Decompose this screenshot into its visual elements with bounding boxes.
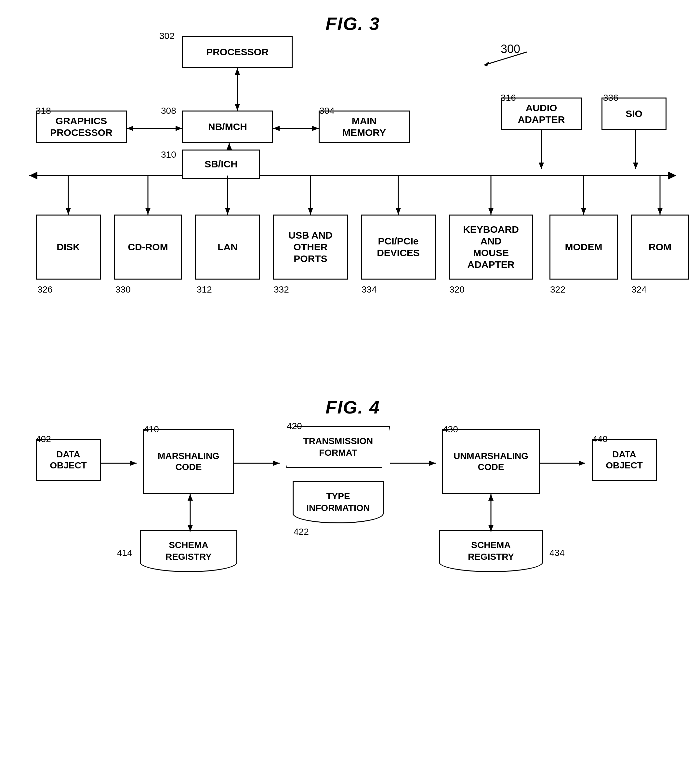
svg-marker-36: [657, 208, 663, 215]
transmission-ref: 420: [287, 421, 302, 432]
usb-box: USB ANDOTHERPORTS: [273, 215, 348, 280]
transmission-format-box: TRANSMISSIONFORMAT: [286, 426, 390, 468]
page: FIG. 3 300 PROCESSOR 302 NB/MCH 308: [0, 0, 700, 774]
disk-ref: 326: [37, 284, 53, 295]
pci-ref: 334: [362, 284, 377, 295]
svg-marker-46: [188, 494, 193, 501]
cd-rom-box: CD-ROM: [114, 215, 182, 280]
marshaling-ref: 410: [144, 424, 159, 435]
processor-box: PROCESSOR: [182, 36, 293, 68]
marshaling-code-box: MARSHALINGCODE: [143, 429, 234, 494]
schema-registry-right-ref: 434: [549, 548, 565, 558]
schema-registry-left-box: SCHEMAREGISTRY: [140, 530, 237, 572]
arrow-marshal-to-trans: [234, 457, 286, 470]
schema-registry-right-box: SCHEMAREGISTRY: [439, 530, 543, 572]
schema-registry-left-ref: 414: [117, 548, 132, 558]
arrow-trans-to-unmarshal: [390, 457, 442, 470]
svg-marker-44: [579, 461, 585, 466]
svg-marker-6: [273, 126, 280, 131]
svg-marker-38: [130, 461, 137, 466]
bus-line: [20, 166, 686, 185]
unmarshaling-ref: 430: [443, 424, 458, 435]
svg-marker-13: [668, 172, 676, 179]
type-info-ref: 422: [294, 527, 309, 537]
svg-marker-9: [127, 126, 133, 131]
fig3-diagram: FIG. 3 300 PROCESSOR 302 NB/MCH 308: [20, 13, 686, 370]
svg-marker-49: [488, 494, 493, 501]
keyboard-ref: 320: [449, 284, 465, 295]
usb-ref: 332: [274, 284, 289, 295]
bus-to-boxes-arrows: [20, 175, 686, 218]
sio-ref: 336: [603, 93, 618, 103]
data-object-right-ref: 440: [592, 434, 608, 444]
fig3-title: FIG. 3: [20, 13, 686, 34]
svg-marker-10: [175, 126, 182, 131]
main-memory-ref: 304: [319, 106, 334, 116]
arrow-data-to-marshal: [101, 457, 143, 470]
keyboard-box: KEYBOARDANDMOUSEADAPTER: [448, 215, 533, 280]
ref-300: 300: [501, 42, 520, 56]
svg-marker-4: [235, 104, 240, 111]
modem-ref: 322: [550, 284, 565, 295]
rom-box: ROM: [631, 215, 689, 280]
svg-marker-18: [539, 162, 544, 169]
svg-marker-34: [581, 208, 586, 215]
nb-mch-ref: 308: [161, 106, 176, 116]
fig4-title: FIG. 4: [20, 397, 686, 418]
sb-ich-box: SB/ICH: [182, 149, 260, 179]
svg-marker-7: [312, 126, 319, 131]
type-information-box: TYPEINFORMATION: [293, 481, 384, 523]
svg-marker-22: [66, 208, 71, 215]
data-object-left-box: DATAOBJECT: [36, 439, 101, 481]
svg-marker-20: [633, 162, 638, 169]
svg-marker-42: [429, 461, 436, 466]
pci-box: PCI/PCIeDEVICES: [361, 215, 436, 280]
audio-bus-arrow: [535, 130, 548, 169]
nb-mch-box: NB/MCH: [182, 111, 273, 143]
data-object-left-ref: 402: [36, 434, 51, 444]
svg-marker-28: [308, 208, 313, 215]
sb-ich-ref: 310: [161, 149, 176, 160]
svg-marker-30: [396, 208, 401, 215]
lan-ref: 312: [197, 284, 212, 295]
nb-mem-arrow: [273, 122, 319, 135]
cd-rom-ref: 330: [116, 284, 131, 295]
svg-marker-3: [235, 68, 240, 75]
rom-ref: 324: [631, 284, 647, 295]
svg-marker-15: [227, 143, 232, 149]
svg-marker-24: [145, 208, 151, 215]
disk-box: DISK: [36, 215, 101, 280]
modem-box: MODEM: [549, 215, 618, 280]
svg-marker-32: [488, 208, 493, 215]
lan-box: LAN: [195, 215, 260, 280]
gfx-nb-arrow: [127, 122, 182, 135]
data-object-right-box: DATAOBJECT: [592, 439, 657, 481]
arrow-unmarshal-to-data: [540, 457, 592, 470]
processor-ref: 302: [159, 31, 175, 41]
svg-marker-26: [225, 208, 230, 215]
svg-marker-12: [29, 172, 37, 179]
proc-nb-arrow: [228, 68, 247, 111]
arrow-schema-right-to-unmarshal: [485, 494, 497, 531]
fig4-diagram: FIG. 4 DATAOBJECT 402 MARSHALINGCODE 410: [20, 397, 686, 754]
arrow-schema-left-to-marshal: [184, 494, 197, 531]
sio-bus-arrow: [629, 130, 642, 169]
audio-ref: 316: [501, 93, 516, 103]
svg-marker-40: [273, 461, 280, 466]
svg-marker-1: [485, 61, 489, 67]
unmarshaling-code-box: UNMARSHALINGCODE: [442, 429, 540, 494]
graphics-ref: 318: [36, 106, 51, 116]
